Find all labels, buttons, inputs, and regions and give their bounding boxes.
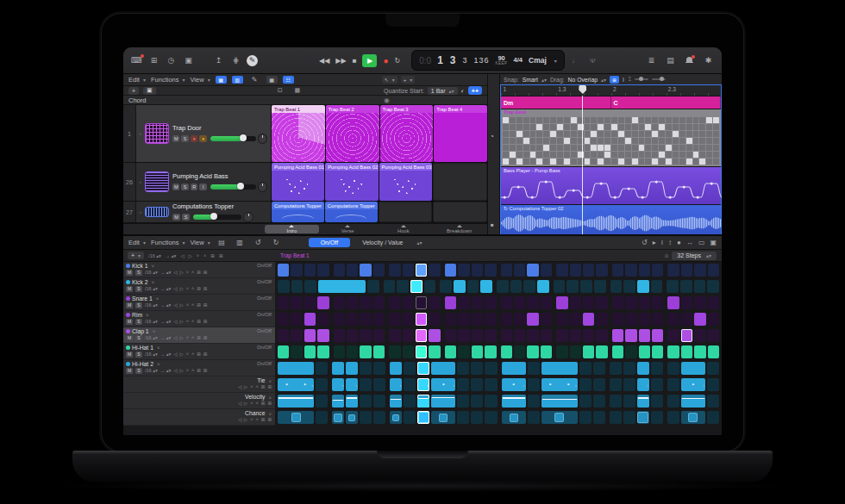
step-cell[interactable] — [583, 345, 594, 358]
step-cell[interactable]: ✦› — [431, 378, 455, 391]
step-cell[interactable] — [458, 296, 469, 309]
row-step-icon-1[interactable]: ▷ — [244, 385, 247, 390]
inspector-panel-icon[interactable]: ▣ — [710, 239, 717, 246]
step-cell[interactable] — [651, 280, 663, 293]
row-step-icon-5[interactable]: ⊞ — [203, 271, 208, 276]
step-cell[interactable] — [317, 296, 329, 309]
step-cell[interactable] — [651, 395, 663, 408]
step-cell[interactable] — [537, 280, 549, 293]
input-monitor-button[interactable]: ● — [199, 135, 206, 142]
step-cell[interactable] — [403, 313, 414, 326]
row-step-icon-3[interactable]: ˄ — [256, 401, 259, 407]
step-cell[interactable] — [502, 395, 526, 408]
chord-segment[interactable]: C — [611, 96, 722, 109]
playhead[interactable] — [582, 96, 583, 234]
row-solo-button[interactable]: S — [135, 319, 142, 325]
pan-knob[interactable] — [258, 182, 267, 192]
rate-control[interactable]: /16 ▴▾ — [148, 253, 161, 258]
copy-pattern-icon[interactable]: ▤ — [216, 237, 228, 248]
step-cell[interactable] — [514, 329, 525, 342]
step-cell[interactable] — [472, 313, 483, 326]
row-step-icon-1[interactable]: ▷ — [180, 352, 184, 358]
drag-select[interactable]: No Overlap▴▾ — [568, 77, 606, 83]
cell-grid-icon[interactable]: ▦ — [295, 87, 301, 94]
step-cell[interactable] — [445, 296, 456, 309]
step-cell[interactable] — [291, 329, 302, 342]
step-cell[interactable] — [527, 329, 538, 342]
audio-region-computations[interactable]: ↻ Computations Topper 02 — [501, 205, 721, 234]
scene-trigger-hook[interactable]: Hook — [377, 225, 431, 233]
step-cell[interactable] — [360, 296, 371, 309]
step-cell[interactable] — [416, 313, 427, 326]
rotate-right-icon[interactable]: ↻ — [270, 237, 283, 248]
play-button[interactable]: ▶ — [362, 54, 377, 67]
step-cell[interactable] — [612, 313, 623, 326]
step-cell[interactable] — [431, 411, 455, 424]
row-step-icon-2[interactable]: ˅ — [186, 287, 189, 292]
row-step-icon-2[interactable]: ˅ — [186, 320, 189, 325]
step-cell[interactable] — [625, 345, 636, 358]
step-cell[interactable] — [501, 313, 512, 326]
step-cell[interactable] — [445, 313, 456, 326]
row-step-icon-5[interactable]: ⊞ — [203, 352, 208, 358]
step-cell[interactable] — [510, 280, 523, 293]
clear-row-icon[interactable]: ⊞ — [210, 253, 215, 258]
step-cell[interactable] — [304, 264, 316, 277]
step-cell[interactable] — [471, 378, 483, 391]
step-cell[interactable] — [332, 362, 344, 375]
step-cell[interactable] — [625, 329, 636, 342]
track-mute-button[interactable]: M — [172, 184, 179, 190]
forward-button[interactable]: ▶▶ — [335, 57, 346, 65]
row-step-icon-0[interactable]: ◁ — [238, 385, 241, 390]
step-cell[interactable] — [708, 313, 719, 326]
step-cell[interactable] — [334, 313, 345, 326]
step-cell[interactable] — [471, 411, 483, 424]
rotate-left-icon[interactable]: ↺ — [252, 237, 265, 248]
chevron-down-icon[interactable]: ▾ — [554, 58, 557, 64]
step-cell[interactable] — [707, 362, 719, 375]
step-cell[interactable] — [528, 411, 540, 424]
step-cell[interactable] — [373, 395, 385, 408]
step-cell[interactable] — [527, 345, 538, 358]
loop-cell[interactable]: Computations Topper — [325, 202, 378, 222]
step-cell[interactable] — [541, 411, 578, 424]
step-cell[interactable] — [332, 395, 344, 408]
chevron-down-icon[interactable]: ˅ — [152, 280, 155, 285]
chance-box[interactable] — [554, 413, 564, 422]
step-cell[interactable] — [694, 296, 705, 309]
row-step-icon-2[interactable]: ˅ — [186, 352, 189, 358]
step-cell[interactable] — [667, 362, 679, 375]
step-cell[interactable] — [417, 395, 429, 408]
step-cell[interactable] — [347, 296, 358, 309]
step-cell[interactable] — [304, 329, 316, 342]
loop-cell[interactable]: Trap Beat 3 — [380, 105, 434, 162]
step-cell[interactable] — [373, 264, 385, 277]
step-cell[interactable] — [429, 264, 440, 277]
row-playmode-control[interactable]: → ▴▾ — [160, 336, 172, 341]
step-cell[interactable]: › — [390, 378, 402, 391]
scene-trigger-intro[interactable]: Intro — [265, 225, 319, 233]
step-cell[interactable] — [472, 345, 483, 358]
step-cell[interactable] — [623, 411, 635, 424]
step-cell[interactable] — [431, 362, 455, 375]
step-cell[interactable] — [583, 329, 594, 342]
step-cell[interactable] — [652, 329, 663, 342]
row-solo-button[interactable]: S — [135, 352, 142, 358]
velocity-line[interactable] — [503, 397, 525, 399]
loop-cell[interactable]: Pumping Acid Bass 03 — [379, 163, 432, 201]
step-cell[interactable] — [623, 378, 635, 391]
tab-velocity-value[interactable]: Velocity / Value — [350, 238, 415, 247]
track-header[interactable]: ›Computations TopperMS — [136, 202, 272, 222]
row-rate-control[interactable]: /16 ▴▾ — [145, 336, 158, 341]
velocity-line[interactable] — [432, 397, 454, 399]
step-cell[interactable] — [416, 264, 427, 277]
midi-region-trap-beat[interactable]: Trap Beat — [501, 109, 721, 167]
step-cell[interactable] — [360, 362, 372, 375]
step-cell[interactable] — [471, 395, 483, 408]
velocity-line[interactable] — [542, 399, 577, 401]
step-cell[interactable] — [610, 411, 622, 424]
step-cell[interactable] — [501, 264, 512, 277]
panel-icon[interactable]: ▭ — [698, 239, 705, 246]
step-cell[interactable] — [390, 411, 402, 424]
step-cell[interactable] — [694, 345, 705, 358]
